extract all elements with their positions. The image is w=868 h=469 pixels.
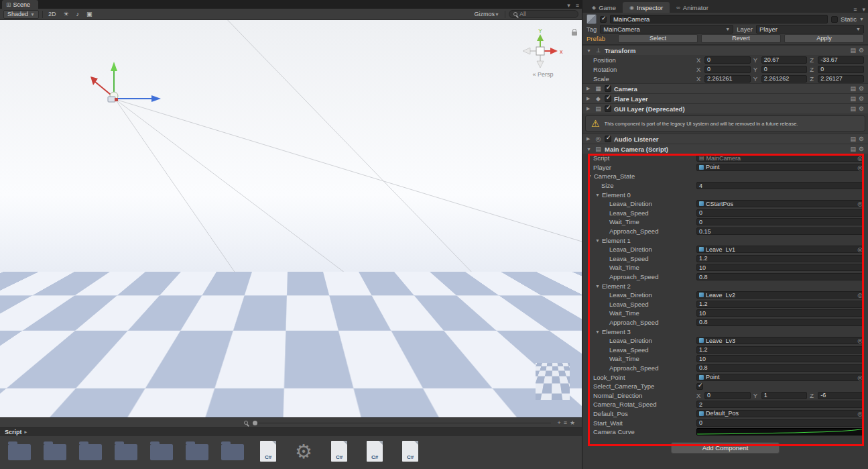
help-icon[interactable]: ▤ (850, 105, 856, 112)
gear-icon[interactable]: ⚙ (859, 146, 864, 152)
scale-x-field[interactable]: 2.261261 (704, 75, 751, 83)
scene-viewport[interactable]: Y x « Persp Camera Preview (0, 20, 582, 417)
asset-folder[interactable] (149, 439, 174, 460)
rotation-z-field[interactable]: 0 (818, 66, 864, 73)
shading-mode-dropdown[interactable]: Shaded ▼ (3, 10, 39, 19)
foldout-icon[interactable]: ▼ (595, 238, 600, 243)
tag-dropdown[interactable]: MainCamera ▼ (600, 25, 733, 34)
element-2-header-row[interactable]: ▼ Element 2 (582, 281, 868, 291)
tab-animator[interactable]: ∞ Animator (670, 2, 715, 13)
scene-lighting-icon[interactable]: ☀ (61, 10, 70, 19)
approach-field[interactable]: 0.8 (696, 319, 864, 326)
foldout-icon[interactable]: ▶ (586, 96, 592, 101)
zoom-slider[interactable] (253, 423, 551, 423)
foldout-icon[interactable]: ▼ (586, 48, 592, 53)
active-checkbox[interactable] (600, 16, 607, 23)
player-object-field[interactable]: Point ◎ (696, 164, 864, 171)
foldout-icon[interactable]: ▼ (586, 147, 592, 152)
panel-menu-caret-icon[interactable]: ▾ (859, 6, 868, 13)
blue-cube-object[interactable] (227, 337, 235, 345)
speed-field[interactable]: 1.2 (696, 346, 864, 354)
approach-field[interactable]: 0.15 (696, 227, 864, 235)
asset-csharp-script[interactable]: C# (255, 439, 281, 462)
toggle-2d[interactable]: 2D (46, 10, 58, 19)
gear-icon[interactable]: ⚙ (859, 85, 864, 92)
component-enabled-checkbox[interactable] (605, 95, 611, 102)
help-icon[interactable]: ▤ (850, 95, 856, 102)
foldout-icon[interactable]: ▼ (595, 193, 600, 197)
wait-field[interactable]: 10 (696, 355, 864, 362)
scale-y-field[interactable]: 2.261262 (761, 75, 808, 83)
script-object-field[interactable]: ▤ MainCamera ◎ (696, 154, 864, 162)
lock-icon[interactable] (572, 29, 577, 36)
normal-direction-y-field[interactable]: 1 (761, 392, 808, 399)
panel-menu-caret-icon[interactable]: ▾ (564, 2, 573, 9)
object-picker-icon[interactable]: ◎ (857, 374, 863, 381)
prefab-select-button[interactable]: Select (618, 34, 698, 43)
camera-rotat-speed-field[interactable]: 2 (696, 401, 864, 408)
speed-field[interactable]: 1.2 (696, 301, 864, 308)
help-icon[interactable]: ▤ (850, 47, 856, 54)
component-enabled-checkbox[interactable] (605, 85, 611, 92)
tab-scene[interactable]: ⊞ Scene (2, 0, 38, 9)
camera-state-foldout-row[interactable]: ▼ Camera_State (582, 172, 868, 181)
approach-field[interactable]: 0.8 (696, 364, 864, 372)
asset-csharp-script[interactable]: C# (362, 439, 387, 462)
help-icon[interactable]: ▤ (850, 85, 856, 92)
camera-curve-field[interactable] (696, 428, 864, 435)
object-picker-icon[interactable]: ◎ (857, 411, 863, 417)
gear-icon[interactable]: ⚙ (859, 47, 864, 54)
static-checkbox[interactable] (831, 16, 838, 23)
wait-field[interactable]: 10 (696, 264, 864, 271)
direction-object-field[interactable]: CStartPos ◎ (696, 200, 864, 207)
panel-menu-icon[interactable]: ≡ (573, 2, 582, 9)
gear-icon[interactable]: ⚙ (859, 136, 864, 142)
static-dropdown[interactable]: Static ▼ (831, 15, 864, 23)
gizmos-dropdown[interactable]: Gizmos ▼ (473, 10, 501, 19)
select-camera-type-checkbox[interactable] (696, 383, 703, 390)
project-breadcrumb[interactable]: Script ▸ (0, 427, 582, 436)
look-point-object-field[interactable]: Point ◎ (696, 374, 864, 381)
component-header-main-camera-script[interactable]: ▼ ▤ Main Camera (Script) ▤⚙ (582, 144, 868, 154)
approach-field[interactable]: 0.8 (696, 273, 864, 280)
foldout-icon[interactable]: ▼ (595, 284, 600, 289)
speed-field[interactable]: 1.2 (696, 255, 864, 262)
panel-menu-icon[interactable]: ≡ (851, 6, 859, 13)
object-picker-icon[interactable]: ◎ (857, 201, 863, 207)
scene-effects-icon[interactable]: ▣ (84, 10, 95, 19)
scene-orientation-gizmo[interactable]: Y x « Persp (516, 27, 570, 78)
move-icon[interactable]: + (556, 419, 562, 426)
direction-object-field[interactable]: Leave_Lv2 ◎ (696, 291, 864, 299)
foldout-icon[interactable]: ▶ (586, 86, 592, 91)
object-picker-icon[interactable]: ◎ (857, 155, 863, 162)
rotation-y-field[interactable]: 0 (761, 66, 808, 73)
normal-direction-z-field[interactable]: -6 (818, 392, 864, 399)
object-picker-icon[interactable]: ◎ (857, 164, 863, 171)
start-wait-field[interactable]: 0 (696, 419, 864, 427)
wait-field[interactable]: 0 (696, 218, 864, 225)
gameobject-name-field[interactable]: MainCamera (610, 15, 828, 23)
scale-z-field[interactable]: 2.26127 (818, 75, 864, 83)
lock-icon[interactable] (562, 411, 568, 415)
help-icon[interactable]: ▤ (850, 146, 856, 152)
red-cube-object[interactable] (79, 335, 88, 344)
asset-folder[interactable] (113, 439, 139, 460)
element-0-header-row[interactable]: ▼ Element 0 (582, 190, 868, 199)
favorite-icon[interactable]: ★ (568, 419, 576, 426)
wait-field[interactable]: 10 (696, 309, 864, 317)
asset-folder[interactable] (220, 439, 245, 460)
component-header-gui-layer[interactable]: ▶ ▤ GUI Layer (Deprecated) ▤⚙ (582, 103, 868, 113)
asset-folder[interactable] (42, 439, 68, 460)
asset-csharp-script[interactable]: C# (397, 439, 423, 462)
object-picker-icon[interactable]: ◎ (857, 292, 863, 299)
position-x-field[interactable]: 0 (704, 56, 751, 64)
tab-inspector[interactable]: ◉ Inspector (623, 2, 670, 13)
asset-folder[interactable] (78, 439, 103, 460)
component-header-audio-listener[interactable]: ▶ ◎ Audio Listener ▤⚙ (582, 134, 868, 144)
tab-game[interactable]: ◈ Game (585, 2, 623, 13)
object-picker-icon[interactable]: ◎ (857, 337, 863, 344)
zoom-slider-handle[interactable] (253, 421, 257, 425)
component-enabled-checkbox[interactable] (605, 105, 611, 112)
position-z-field[interactable]: -33.67 (818, 56, 864, 64)
normal-direction-x-field[interactable]: 0 (704, 392, 751, 399)
